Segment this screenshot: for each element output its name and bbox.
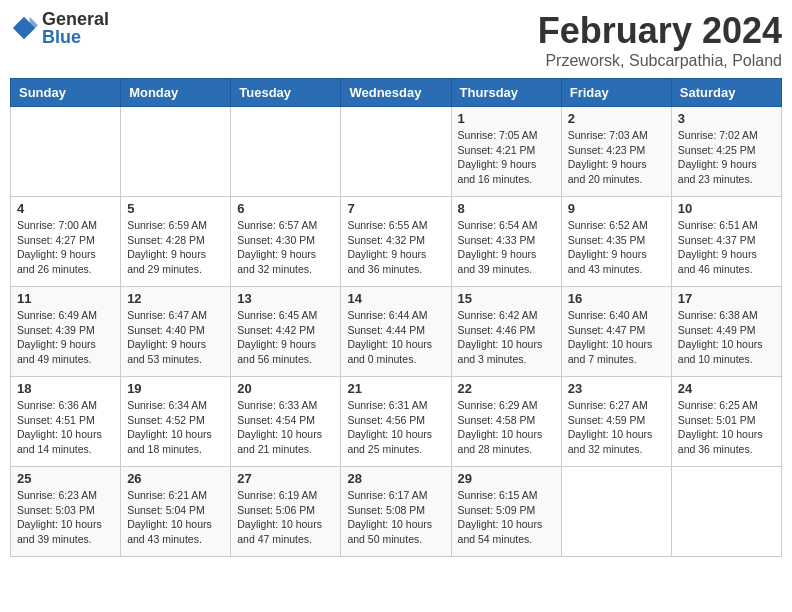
day-info: Sunrise: 6:47 AM Sunset: 4:40 PM Dayligh… [127,308,224,367]
day-number: 9 [568,201,665,216]
day-number: 24 [678,381,775,396]
calendar-cell: 6Sunrise: 6:57 AM Sunset: 4:30 PM Daylig… [231,197,341,287]
calendar-cell: 13Sunrise: 6:45 AM Sunset: 4:42 PM Dayli… [231,287,341,377]
day-info: Sunrise: 6:29 AM Sunset: 4:58 PM Dayligh… [458,398,555,457]
header: General Blue February 2024 Przeworsk, Su… [10,10,782,70]
day-info: Sunrise: 7:02 AM Sunset: 4:25 PM Dayligh… [678,128,775,187]
day-info: Sunrise: 6:15 AM Sunset: 5:09 PM Dayligh… [458,488,555,547]
weekday-header-sunday: Sunday [11,79,121,107]
calendar-cell: 12Sunrise: 6:47 AM Sunset: 4:40 PM Dayli… [121,287,231,377]
weekday-header-monday: Monday [121,79,231,107]
logo-icon [10,14,38,42]
day-number: 27 [237,471,334,486]
main-title: February 2024 [538,10,782,52]
calendar-week-1: 1Sunrise: 7:05 AM Sunset: 4:21 PM Daylig… [11,107,782,197]
day-info: Sunrise: 6:54 AM Sunset: 4:33 PM Dayligh… [458,218,555,277]
day-number: 8 [458,201,555,216]
logo-text: General Blue [42,10,109,46]
day-info: Sunrise: 7:03 AM Sunset: 4:23 PM Dayligh… [568,128,665,187]
calendar-cell: 4Sunrise: 7:00 AM Sunset: 4:27 PM Daylig… [11,197,121,287]
logo-general-text: General [42,10,109,28]
calendar-cell: 27Sunrise: 6:19 AM Sunset: 5:06 PM Dayli… [231,467,341,557]
day-number: 25 [17,471,114,486]
day-number: 29 [458,471,555,486]
day-info: Sunrise: 6:33 AM Sunset: 4:54 PM Dayligh… [237,398,334,457]
calendar-cell: 20Sunrise: 6:33 AM Sunset: 4:54 PM Dayli… [231,377,341,467]
calendar-cell: 5Sunrise: 6:59 AM Sunset: 4:28 PM Daylig… [121,197,231,287]
logo: General Blue [10,10,109,46]
day-info: Sunrise: 6:27 AM Sunset: 4:59 PM Dayligh… [568,398,665,457]
calendar-week-4: 18Sunrise: 6:36 AM Sunset: 4:51 PM Dayli… [11,377,782,467]
day-info: Sunrise: 6:34 AM Sunset: 4:52 PM Dayligh… [127,398,224,457]
day-number: 3 [678,111,775,126]
subtitle: Przeworsk, Subcarpathia, Poland [538,52,782,70]
calendar-week-5: 25Sunrise: 6:23 AM Sunset: 5:03 PM Dayli… [11,467,782,557]
day-info: Sunrise: 6:19 AM Sunset: 5:06 PM Dayligh… [237,488,334,547]
weekday-header-saturday: Saturday [671,79,781,107]
day-number: 20 [237,381,334,396]
calendar-cell: 25Sunrise: 6:23 AM Sunset: 5:03 PM Dayli… [11,467,121,557]
calendar-cell: 29Sunrise: 6:15 AM Sunset: 5:09 PM Dayli… [451,467,561,557]
day-number: 17 [678,291,775,306]
calendar-cell: 23Sunrise: 6:27 AM Sunset: 4:59 PM Dayli… [561,377,671,467]
day-number: 16 [568,291,665,306]
calendar-cell [231,107,341,197]
calendar-cell: 17Sunrise: 6:38 AM Sunset: 4:49 PM Dayli… [671,287,781,377]
calendar-cell: 10Sunrise: 6:51 AM Sunset: 4:37 PM Dayli… [671,197,781,287]
svg-marker-1 [30,17,38,34]
day-info: Sunrise: 6:52 AM Sunset: 4:35 PM Dayligh… [568,218,665,277]
calendar-cell [121,107,231,197]
day-number: 6 [237,201,334,216]
calendar-cell: 15Sunrise: 6:42 AM Sunset: 4:46 PM Dayli… [451,287,561,377]
weekday-header-row: SundayMondayTuesdayWednesdayThursdayFrid… [11,79,782,107]
day-info: Sunrise: 6:17 AM Sunset: 5:08 PM Dayligh… [347,488,444,547]
day-number: 5 [127,201,224,216]
day-info: Sunrise: 7:00 AM Sunset: 4:27 PM Dayligh… [17,218,114,277]
calendar-cell: 28Sunrise: 6:17 AM Sunset: 5:08 PM Dayli… [341,467,451,557]
day-number: 18 [17,381,114,396]
calendar-cell: 18Sunrise: 6:36 AM Sunset: 4:51 PM Dayli… [11,377,121,467]
calendar-week-3: 11Sunrise: 6:49 AM Sunset: 4:39 PM Dayli… [11,287,782,377]
day-number: 4 [17,201,114,216]
day-info: Sunrise: 6:31 AM Sunset: 4:56 PM Dayligh… [347,398,444,457]
day-info: Sunrise: 6:23 AM Sunset: 5:03 PM Dayligh… [17,488,114,547]
day-info: Sunrise: 6:55 AM Sunset: 4:32 PM Dayligh… [347,218,444,277]
day-number: 21 [347,381,444,396]
day-info: Sunrise: 6:42 AM Sunset: 4:46 PM Dayligh… [458,308,555,367]
weekday-header-thursday: Thursday [451,79,561,107]
day-info: Sunrise: 6:40 AM Sunset: 4:47 PM Dayligh… [568,308,665,367]
day-info: Sunrise: 7:05 AM Sunset: 4:21 PM Dayligh… [458,128,555,187]
calendar-cell: 1Sunrise: 7:05 AM Sunset: 4:21 PM Daylig… [451,107,561,197]
day-number: 7 [347,201,444,216]
calendar-cell: 22Sunrise: 6:29 AM Sunset: 4:58 PM Dayli… [451,377,561,467]
day-number: 11 [17,291,114,306]
calendar-header: SundayMondayTuesdayWednesdayThursdayFrid… [11,79,782,107]
day-number: 1 [458,111,555,126]
day-info: Sunrise: 6:36 AM Sunset: 4:51 PM Dayligh… [17,398,114,457]
day-info: Sunrise: 6:25 AM Sunset: 5:01 PM Dayligh… [678,398,775,457]
calendar-cell: 9Sunrise: 6:52 AM Sunset: 4:35 PM Daylig… [561,197,671,287]
day-number: 14 [347,291,444,306]
day-number: 2 [568,111,665,126]
calendar-cell: 2Sunrise: 7:03 AM Sunset: 4:23 PM Daylig… [561,107,671,197]
calendar-cell [11,107,121,197]
calendar-cell: 21Sunrise: 6:31 AM Sunset: 4:56 PM Dayli… [341,377,451,467]
calendar-cell: 11Sunrise: 6:49 AM Sunset: 4:39 PM Dayli… [11,287,121,377]
calendar-table: SundayMondayTuesdayWednesdayThursdayFrid… [10,78,782,557]
day-number: 23 [568,381,665,396]
calendar-cell: 14Sunrise: 6:44 AM Sunset: 4:44 PM Dayli… [341,287,451,377]
weekday-header-tuesday: Tuesday [231,79,341,107]
day-number: 10 [678,201,775,216]
day-number: 28 [347,471,444,486]
day-info: Sunrise: 6:38 AM Sunset: 4:49 PM Dayligh… [678,308,775,367]
calendar-cell: 24Sunrise: 6:25 AM Sunset: 5:01 PM Dayli… [671,377,781,467]
calendar-cell: 16Sunrise: 6:40 AM Sunset: 4:47 PM Dayli… [561,287,671,377]
calendar-cell [671,467,781,557]
calendar-week-2: 4Sunrise: 7:00 AM Sunset: 4:27 PM Daylig… [11,197,782,287]
calendar-cell [341,107,451,197]
day-number: 26 [127,471,224,486]
day-info: Sunrise: 6:51 AM Sunset: 4:37 PM Dayligh… [678,218,775,277]
calendar-cell: 7Sunrise: 6:55 AM Sunset: 4:32 PM Daylig… [341,197,451,287]
calendar-cell [561,467,671,557]
day-number: 13 [237,291,334,306]
